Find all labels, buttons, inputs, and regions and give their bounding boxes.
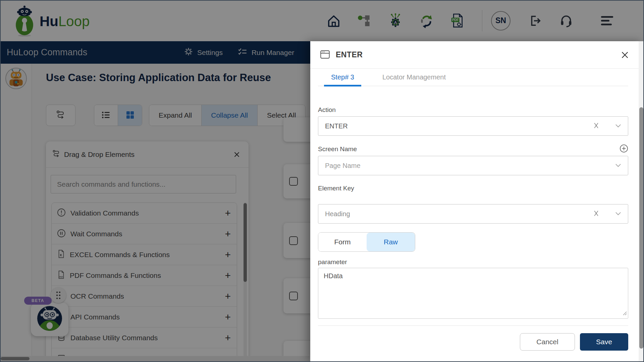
save-button[interactable]: Save xyxy=(580,333,628,351)
tab-step-3[interactable]: Step# 3 xyxy=(324,69,361,86)
drawer-tabs: Step# 3 Locator Management xyxy=(318,69,628,86)
screen-name-label: Screen Name xyxy=(318,145,357,153)
chevron-down-icon[interactable] xyxy=(615,211,621,217)
clear-icon[interactable] xyxy=(593,210,599,218)
chevron-down-icon[interactable] xyxy=(615,163,621,169)
element-key-select[interactable]: Heading xyxy=(318,204,628,224)
parameter-label: parameter xyxy=(318,258,628,266)
enter-step-drawer: ENTER Step# 3 Locator Management Action … xyxy=(310,41,644,362)
parameter-textarea[interactable]: HData xyxy=(318,268,628,319)
close-icon[interactable] xyxy=(620,50,630,60)
form-raw-toggle: Form Raw xyxy=(318,232,415,252)
action-select[interactable]: ENTER xyxy=(318,116,628,136)
drawer-header: ENTER xyxy=(310,41,644,69)
drawer-footer: Cancel Save xyxy=(318,325,628,351)
screen-name-select[interactable]: Page Name xyxy=(318,156,628,175)
element-key-label: Element Key xyxy=(318,185,628,192)
drawer-scrollbar-thumb[interactable] xyxy=(639,107,643,349)
element-key-value: Heading xyxy=(325,210,350,218)
screen-name-placeholder: Page Name xyxy=(325,162,361,170)
add-screen-icon[interactable] xyxy=(620,144,628,154)
chevron-down-icon[interactable] xyxy=(615,123,621,129)
huloop-app-screen: HuLoop A xyxy=(0,0,644,362)
drawer-title: ENTER xyxy=(336,50,620,59)
cancel-button[interactable]: Cancel xyxy=(520,333,575,351)
form-mode-button[interactable]: Form xyxy=(318,233,367,251)
action-value: ENTER xyxy=(325,122,348,130)
action-label: Action xyxy=(318,106,628,114)
tab-locator-management[interactable]: Locator Management xyxy=(375,69,453,86)
drawer-scrollbar-track xyxy=(639,41,644,362)
raw-mode-button[interactable]: Raw xyxy=(367,233,415,251)
clear-icon[interactable] xyxy=(593,122,599,130)
resize-handle-icon[interactable] xyxy=(623,311,627,317)
drawer-body: Step# 3 Locator Management Action ENTER … xyxy=(310,69,644,319)
window-icon xyxy=(320,49,330,61)
